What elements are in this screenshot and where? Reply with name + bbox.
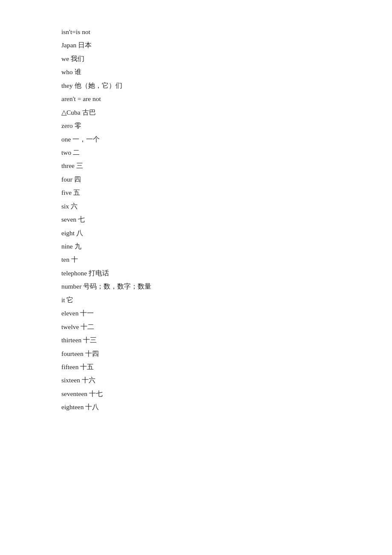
list-item: aren't = are not bbox=[61, 92, 331, 105]
list-item: seventeen 十七 bbox=[61, 387, 331, 400]
list-item: five 五 bbox=[61, 186, 331, 199]
list-item: zero 零 bbox=[61, 119, 331, 132]
list-item: who 谁 bbox=[61, 66, 331, 78]
list-item: isn't=is not bbox=[61, 26, 331, 38]
list-item: eighteen 十八 bbox=[61, 401, 331, 413]
list-item: eleven 十一 bbox=[61, 307, 331, 319]
list-item: thirteen 十三 bbox=[61, 334, 331, 346]
list-item: they 他（她，它）们 bbox=[61, 79, 331, 92]
list-item: two 二 bbox=[61, 146, 331, 159]
list-item: one 一，一个 bbox=[61, 133, 331, 145]
list-item: number 号码；数，数字；数量 bbox=[61, 280, 331, 292]
list-item: nine 九 bbox=[61, 240, 331, 252]
list-item: seven 七 bbox=[61, 213, 331, 225]
list-item: △Cuba 古巴 bbox=[61, 106, 331, 119]
list-item: ten 十 bbox=[61, 253, 331, 266]
list-item: sixteen 十六 bbox=[61, 374, 331, 386]
list-item: fifteen 十五 bbox=[61, 361, 331, 373]
list-item: Japan 日本 bbox=[61, 39, 331, 51]
list-item: three 三 bbox=[61, 159, 331, 172]
list-item: we 我们 bbox=[61, 52, 331, 65]
list-item: it 它 bbox=[61, 294, 331, 306]
list-item: fourteen 十四 bbox=[61, 347, 331, 360]
list-item: eight 八 bbox=[61, 227, 331, 239]
vocab-list: isn't=is notJapan 日本we 我们who 谁they 他（她，它… bbox=[61, 26, 331, 413]
list-item: telephone 打电话 bbox=[61, 267, 331, 279]
list-item: four 四 bbox=[61, 173, 331, 185]
list-item: six 六 bbox=[61, 200, 331, 212]
page-container: isn't=is notJapan 日本we 我们who 谁they 他（她，它… bbox=[0, 0, 392, 440]
list-item: twelve 十二 bbox=[61, 321, 331, 333]
